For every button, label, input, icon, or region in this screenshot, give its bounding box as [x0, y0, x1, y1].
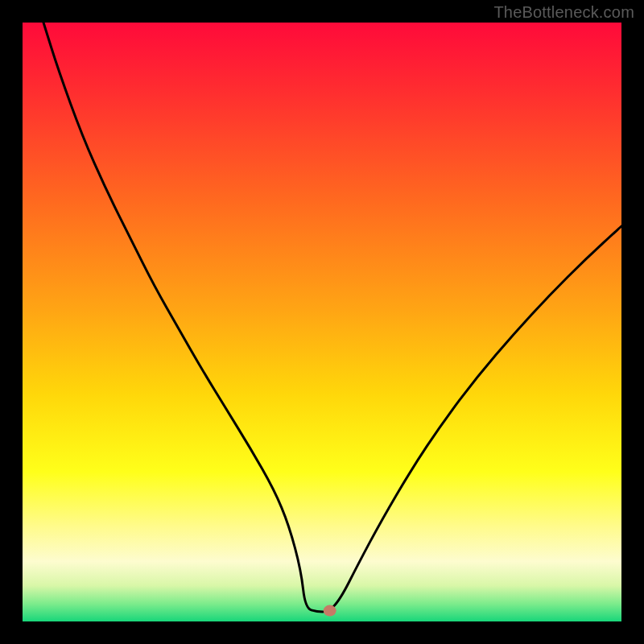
optimal-point-marker — [324, 605, 336, 617]
plot-background — [23, 23, 621, 621]
watermark-text: TheBottleneck.com — [493, 3, 634, 22]
chart-stage: TheBottleneck.com — [0, 0, 644, 644]
bottleneck-chart — [0, 0, 644, 644]
